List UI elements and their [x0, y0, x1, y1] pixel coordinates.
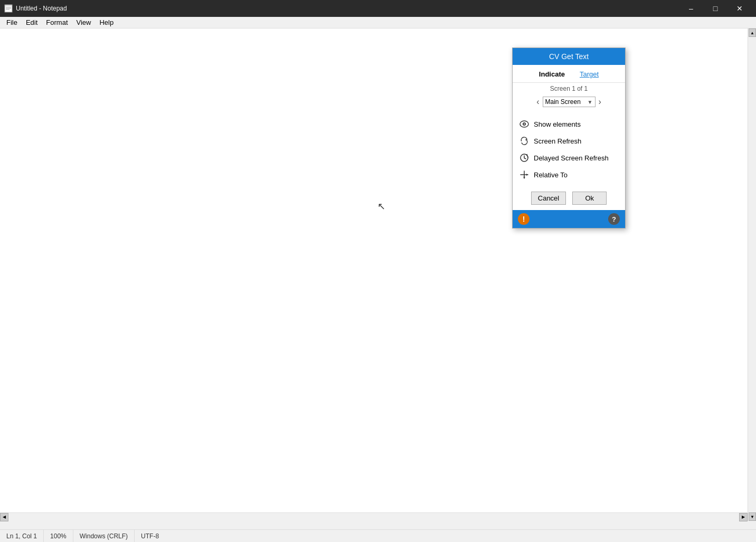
- svg-marker-14: [523, 177, 525, 178]
- eye-icon: [519, 119, 530, 129]
- dialog-footer: ! ?: [513, 210, 625, 228]
- editor-textarea[interactable]: [0, 28, 748, 521]
- delayed-refresh-icon: [519, 153, 530, 163]
- status-encoding-text: UTF-8: [141, 533, 159, 540]
- chevron-down-icon: ▼: [588, 99, 593, 105]
- window-title: Untitled - Notepad: [16, 5, 679, 12]
- menu-edit[interactable]: Edit: [22, 17, 42, 27]
- warning-icon: !: [518, 213, 530, 225]
- editor-area: [0, 28, 748, 521]
- option-show-elements[interactable]: Show elements: [519, 116, 619, 132]
- ok-button[interactable]: Ok: [572, 192, 607, 205]
- status-line-ending-text: Windows (CRLF): [80, 533, 128, 540]
- tab-target[interactable]: Target: [578, 69, 601, 79]
- option-delayed-screen-refresh[interactable]: Delayed Screen Refresh: [519, 149, 619, 166]
- status-bar: Ln 1, Col 1 100% Windows (CRLF) UTF-8: [0, 529, 756, 542]
- screen-navigation: Screen 1 of 1 ‹ Main Screen ▼ ›: [513, 83, 625, 112]
- screen-prev-button[interactable]: ‹: [535, 97, 540, 107]
- menu-file[interactable]: File: [2, 17, 22, 27]
- svg-rect-1: [5, 5, 12, 6]
- status-zoom-text: 100%: [50, 533, 67, 540]
- dialog-action-buttons: Cancel Ok: [513, 186, 625, 210]
- scroll-up-arrow[interactable]: ▲: [749, 28, 756, 37]
- tab-indicate[interactable]: Indicate: [537, 69, 567, 79]
- dialog-tabs: Indicate Target: [513, 65, 625, 83]
- refresh-icon: [519, 136, 530, 146]
- option-screen-refresh[interactable]: Screen Refresh: [519, 132, 619, 149]
- svg-marker-8: [525, 139, 527, 141]
- dialog-options: Show elements Screen Refresh: [513, 112, 625, 186]
- svg-marker-13: [526, 174, 528, 176]
- app-icon: [4, 4, 13, 13]
- screen-refresh-label: Screen Refresh: [534, 137, 581, 145]
- close-button[interactable]: ✕: [727, 0, 752, 17]
- status-position: Ln 1, Col 1: [0, 530, 44, 542]
- menu-bar: File Edit Format View Help: [0, 17, 756, 28]
- svg-point-7: [524, 123, 525, 125]
- scrollbar-right[interactable]: ▲ ▼: [748, 28, 756, 521]
- maximize-button[interactable]: □: [703, 0, 727, 17]
- relative-to-label: Relative To: [534, 171, 568, 179]
- cv-get-text-dialog: CV Get Text Indicate Target Screen 1 of …: [512, 47, 626, 229]
- delayed-screen-refresh-label: Delayed Screen Refresh: [534, 154, 609, 162]
- scrollbar-bottom[interactable]: ◀ ▶: [0, 512, 748, 521]
- dialog-title: CV Get Text: [513, 48, 625, 65]
- screen-dropdown[interactable]: Main Screen ▼: [543, 97, 596, 107]
- scroll-right-arrow[interactable]: ▶: [739, 513, 748, 521]
- relative-to-icon: [519, 169, 530, 180]
- screen-dropdown-text: Main Screen: [545, 98, 588, 106]
- window-controls: – □ ✕: [679, 0, 752, 17]
- status-line-ending: Windows (CRLF): [73, 530, 135, 542]
- status-zoom: 100%: [44, 530, 73, 542]
- title-bar: Untitled - Notepad – □ ✕: [0, 0, 756, 17]
- status-encoding: UTF-8: [135, 530, 165, 542]
- scroll-down-arrow[interactable]: ▼: [749, 512, 756, 521]
- screen-next-button[interactable]: ›: [598, 97, 602, 107]
- menu-format[interactable]: Format: [42, 17, 72, 27]
- help-icon[interactable]: ?: [608, 213, 620, 225]
- screen-label: Screen 1 of 1: [550, 85, 588, 92]
- show-elements-label: Show elements: [534, 120, 581, 128]
- screen-nav-row: ‹ Main Screen ▼ ›: [531, 93, 607, 110]
- scroll-left-arrow[interactable]: ◀: [0, 513, 8, 521]
- minimize-button[interactable]: –: [679, 0, 703, 17]
- cancel-button[interactable]: Cancel: [531, 192, 566, 205]
- menu-view[interactable]: View: [72, 17, 96, 27]
- option-relative-to[interactable]: Relative To: [519, 166, 619, 183]
- status-position-text: Ln 1, Col 1: [6, 533, 37, 540]
- menu-help[interactable]: Help: [95, 17, 118, 27]
